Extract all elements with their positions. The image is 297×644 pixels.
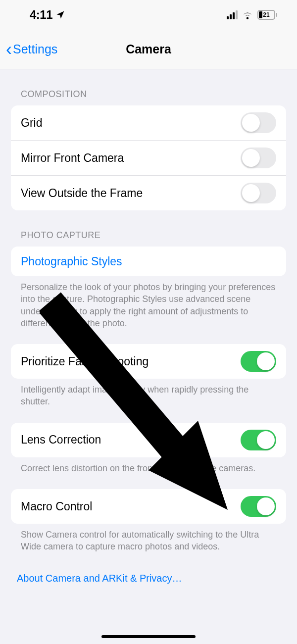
prioritize-footer: Intelligently adapt image quality when r…	[11, 379, 286, 408]
status-right: 21	[227, 10, 277, 20]
view-outside-toggle[interactable]	[241, 183, 276, 203]
photographic-styles-footer: Personalize the look of your photos by b…	[11, 276, 286, 329]
wifi-icon	[242, 10, 253, 19]
macro-control-toggle[interactable]	[241, 496, 276, 517]
macro-control-row[interactable]: Macro Control	[11, 489, 286, 524]
photographic-styles-row[interactable]: Photographic Styles	[11, 247, 286, 276]
lens-correction-group: Lens Correction	[11, 423, 286, 457]
status-left: 4:11	[30, 8, 65, 22]
content: COMPOSITION Grid Mirror Front Camera Vie…	[0, 69, 297, 584]
section-header-composition: COMPOSITION	[11, 69, 286, 105]
grid-row[interactable]: Grid	[11, 105, 286, 141]
grid-label: Grid	[21, 116, 42, 130]
grid-toggle[interactable]	[241, 112, 276, 133]
page-title: Camera	[126, 42, 171, 56]
chevron-left-icon: ‹	[6, 41, 12, 58]
photographic-styles-link: Photographic Styles	[21, 255, 122, 268]
back-label: Settings	[13, 42, 57, 56]
lens-correction-label: Lens Correction	[21, 433, 101, 446]
mirror-front-camera-row[interactable]: Mirror Front Camera	[11, 141, 286, 176]
lens-correction-row[interactable]: Lens Correction	[11, 423, 286, 457]
prioritize-toggle[interactable]	[241, 351, 276, 372]
prioritize-group: Prioritize Faster Shooting	[11, 344, 286, 379]
mirror-toggle[interactable]	[241, 148, 276, 168]
status-bar: 4:11 21	[0, 0, 297, 30]
macro-control-group: Macro Control	[11, 489, 286, 524]
macro-control-label: Macro Control	[21, 500, 92, 513]
composition-group: Grid Mirror Front Camera View Outside th…	[11, 105, 286, 210]
prioritize-faster-shooting-row[interactable]: Prioritize Faster Shooting	[11, 344, 286, 379]
privacy-link[interactable]: About Camera and ARKit & Privacy…	[11, 553, 286, 584]
macro-control-footer: Show Camera control for automatically sw…	[11, 524, 286, 553]
nav-header: ‹ Settings Camera	[0, 30, 297, 69]
view-outside-frame-row[interactable]: View Outside the Frame	[11, 176, 286, 210]
back-button[interactable]: ‹ Settings	[6, 41, 57, 58]
battery-icon: 21	[257, 10, 277, 20]
cellular-signal-icon	[227, 10, 238, 19]
view-outside-label: View Outside the Frame	[21, 187, 143, 200]
home-indicator[interactable]	[101, 635, 196, 638]
lens-correction-toggle[interactable]	[241, 430, 276, 450]
location-icon	[55, 10, 65, 20]
lens-correction-footer: Correct lens distortion on the front and…	[11, 457, 286, 474]
photographic-styles-group: Photographic Styles	[11, 247, 286, 276]
status-time: 4:11	[30, 8, 52, 22]
prioritize-label: Prioritize Faster Shooting	[21, 355, 148, 368]
section-header-photo-capture: PHOTO CAPTURE	[11, 210, 286, 247]
mirror-label: Mirror Front Camera	[21, 151, 124, 165]
